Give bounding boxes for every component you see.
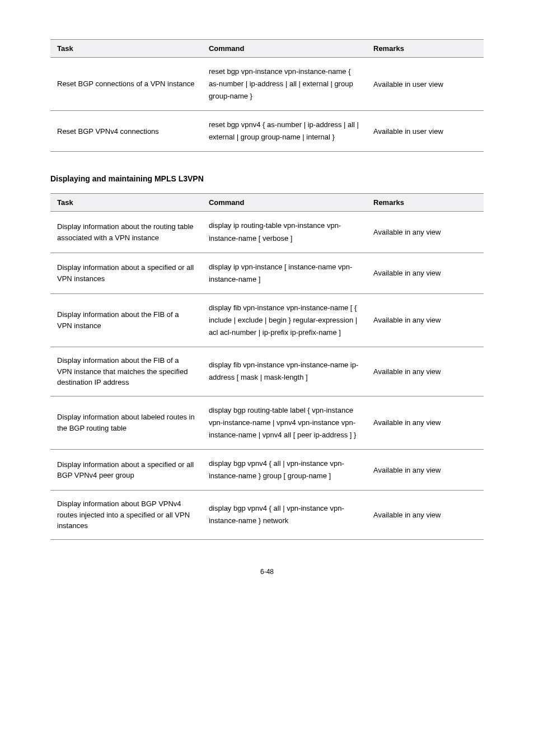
remarks-cell: Available in user view: [367, 111, 484, 152]
table2-header-remarks: Remarks: [367, 194, 484, 212]
task-cell: Display information about the FIB of a V…: [50, 347, 202, 396]
table-row: Display information about labeled routes…: [50, 396, 484, 449]
table-row: Display information about the FIB of a V…: [50, 347, 484, 396]
table-row: Display information about BGP VPNv4 rout…: [50, 491, 484, 540]
page-number: 6-48: [50, 568, 484, 576]
command-cell: display ip vpn-instance [ instance-name …: [202, 253, 367, 293]
remarks-cell: Available in any view: [367, 212, 484, 253]
task-cell: Display information about a specified or…: [50, 449, 202, 490]
section-heading: Displaying and maintaining MPLS L3VPN: [50, 174, 484, 183]
task-cell: Display information about the routing ta…: [50, 212, 202, 253]
table-row: Reset BGP connections of a VPN instance …: [50, 58, 484, 111]
command-cell: display bgp vpnv4 { all | vpn-instance v…: [202, 449, 367, 490]
table-row: Display information about a specified or…: [50, 449, 484, 490]
display-commands-table: Task Command Remarks Display information…: [50, 193, 484, 539]
task-cell: Display information about the FIB of a V…: [50, 293, 202, 347]
remarks-cell: Available in any view: [367, 449, 484, 490]
task-cell: Display information about BGP VPNv4 rout…: [50, 491, 202, 540]
task-cell: Reset BGP connections of a VPN instance: [50, 58, 202, 111]
remarks-cell: Available in user view: [367, 58, 484, 111]
table-row: Display information about the FIB of a V…: [50, 293, 484, 347]
reset-commands-table: Task Command Remarks Reset BGP connectio…: [50, 39, 484, 152]
table1-header-task: Task: [50, 40, 202, 58]
command-cell: display bgp routing-table label { vpn-in…: [202, 396, 367, 449]
table2-header-command: Command: [202, 194, 367, 212]
remarks-cell: Available in any view: [367, 347, 484, 396]
command-cell: display bgp vpnv4 { all | vpn-instance v…: [202, 491, 367, 540]
command-cell: reset bgp vpnv4 { as-number | ip-address…: [202, 111, 367, 152]
table1-header-command: Command: [202, 40, 367, 58]
command-cell: display fib vpn-instance vpn-instance-na…: [202, 293, 367, 347]
remarks-cell: Available in any view: [367, 396, 484, 449]
command-cell: reset bgp vpn-instance vpn-instance-name…: [202, 58, 367, 111]
task-cell: Display information about labeled routes…: [50, 396, 202, 449]
command-cell: display ip routing-table vpn-instance vp…: [202, 212, 367, 253]
task-cell: Display information about a specified or…: [50, 253, 202, 293]
remarks-cell: Available in any view: [367, 253, 484, 293]
remarks-cell: Available in any view: [367, 293, 484, 347]
table1-header-remarks: Remarks: [367, 40, 484, 58]
table-row: Reset BGP VPNv4 connections reset bgp vp…: [50, 111, 484, 152]
remarks-cell: Available in any view: [367, 491, 484, 540]
table2-header-task: Task: [50, 194, 202, 212]
table-row: Display information about a specified or…: [50, 253, 484, 293]
command-cell: display fib vpn-instance vpn-instance-na…: [202, 347, 367, 396]
task-cell: Reset BGP VPNv4 connections: [50, 111, 202, 152]
table-row: Display information about the routing ta…: [50, 212, 484, 253]
